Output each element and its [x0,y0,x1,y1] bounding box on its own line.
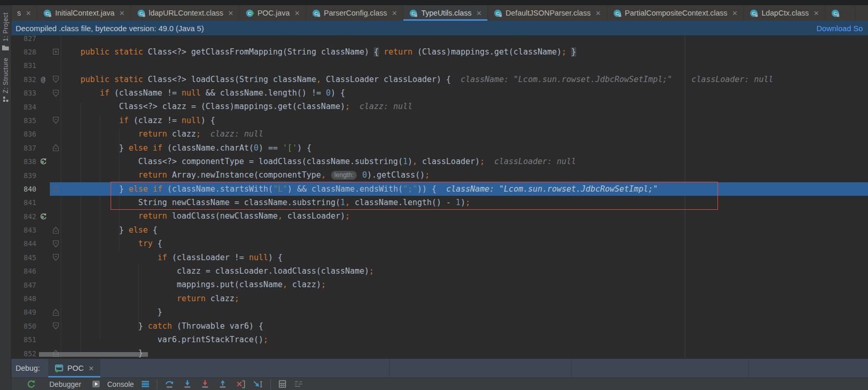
editor-tab-initialcontext-java[interactable]: CInitialContext.java✕ [37,5,131,21]
code-text: mappings.put(className, clazz); [61,278,326,291]
drop-frame-icon[interactable] [235,380,246,388]
line-number[interactable]: 835 [11,116,36,125]
code-text: public static Class<?> getClassFromMappi… [61,45,576,59]
line-number[interactable]: 848 [11,294,36,303]
tab-close-icon[interactable]: ✕ [25,9,31,17]
close-icon[interactable]: ✕ [88,365,94,372]
editor-tab-ldapctx-class[interactable]: CLdapCtx.class✕ [744,5,825,21]
editor-tab-partialcompositecontext-class[interactable]: CPartialCompositeContext.class✕ [607,5,744,21]
line-number[interactable]: 851 [11,335,36,344]
tab-close-icon[interactable]: ✕ [595,9,601,17]
step-over-icon[interactable] [165,380,175,388]
code-token: static [114,47,143,57]
header-divider [571,359,572,378]
fold-down-icon[interactable] [50,116,61,124]
banner-message: Decompiled .class file, bytecode version… [16,24,204,33]
code-line-834: 834 Class<?> clazz = (Class)mappings.get… [11,100,868,113]
editor-tab-parserconfig-class[interactable]: CParserConfig.class✕ [306,5,404,21]
console-run-icon[interactable] [92,380,100,388]
line-number[interactable]: 832 [11,75,36,84]
debug-label: Debug: [16,364,40,372]
line-number[interactable]: 846 [11,267,36,275]
tool-window-button-project[interactable]: 1: Project [2,12,9,52]
code-token: else [129,184,148,194]
tab-console[interactable]: Console [107,380,134,388]
force-step-into-icon[interactable] [200,380,210,388]
line-number[interactable]: 833 [11,89,36,97]
line-number[interactable]: 837 [11,144,36,152]
tab-debugger[interactable]: Debugger [49,380,82,388]
fold-down-icon[interactable] [50,240,61,248]
editor-tab-typeutils-class[interactable]: CTypeUtils.class✕ [403,5,488,21]
code-token: } [119,143,129,153]
fold-down-icon[interactable] [50,89,61,97]
code-token: ; [425,170,429,180]
code-token: ClassLoader classLoader) { [321,75,451,84]
code-token: } [571,47,576,57]
fold-down-icon[interactable] [50,75,61,83]
tab-close-icon[interactable]: ✕ [228,9,234,17]
fold-down-icon[interactable] [50,322,61,330]
fold-up-icon[interactable] [50,144,61,152]
threads-view-icon[interactable] [141,380,150,388]
line-number[interactable]: 838 [11,157,36,166]
code-line-838: 838 Class<?> componentType = loadClass(c… [11,155,868,168]
code-token: (className.charAt( [162,143,254,153]
line-number[interactable]: 845 [11,253,36,262]
svg-text:C: C [752,10,755,16]
code-editor[interactable]: 827828 public static Class<?> getClassFr… [11,35,868,358]
fold-up-icon[interactable] [50,185,61,193]
fold-up-icon[interactable] [50,308,61,316]
line-number[interactable]: 844 [11,239,36,248]
debug-session-tab[interactable]: POC ✕ [48,359,100,378]
editor-tab-partial[interactable]: C [825,5,856,21]
code-token: ; [480,157,484,166]
line-number[interactable]: 843 [11,226,36,234]
line-number[interactable]: 850 [11,322,36,330]
line-number[interactable]: 839 [11,171,36,180]
line-number[interactable]: 831 [11,61,36,70]
horizontal-scrollbar-thumb[interactable] [39,352,148,357]
tab-close-icon[interactable]: ✕ [392,9,398,17]
line-number[interactable]: 847 [11,281,36,289]
code-token: mappings.put(className [177,280,282,289]
tool-window-button-structure[interactable]: Z: Structure [2,58,9,104]
line-number[interactable]: 840 [11,185,36,193]
recursive-call-icon[interactable] [36,157,50,166]
code-line-828: 828 public static Class<?> getClassFromM… [11,45,868,59]
line-number[interactable]: 849 [11,308,36,316]
step-out-icon[interactable] [218,380,228,388]
editor-tab-poc-java[interactable]: CPOC.java✕ [240,5,306,21]
debugger-inline-hint: classLoader: null [485,157,576,166]
tab-close-icon[interactable]: ✕ [119,9,125,17]
editor-tab-defaultjsonparser-class[interactable]: CDefaultJSONParser.class✕ [488,5,607,21]
step-into-icon[interactable] [182,380,193,388]
editor-tab-partial[interactable]: s✕ [11,5,37,21]
structure-icon [3,96,9,104]
fold-down-icon[interactable] [50,253,61,261]
line-number[interactable]: 842 [11,212,36,221]
line-number[interactable]: 841 [11,198,36,207]
line-number[interactable]: 852 [11,349,36,358]
editor-tab-ldapurlcontext-class[interactable]: CldapURLContext.class✕ [131,5,240,21]
line-number[interactable]: 827 [11,35,36,43]
tab-close-icon[interactable]: ✕ [813,9,819,17]
run-to-cursor-icon[interactable] [253,380,263,388]
fold-plus-icon[interactable] [50,48,61,55]
fold-up-icon[interactable] [50,226,61,234]
line-number[interactable]: 834 [11,103,36,111]
recursive-call-icon[interactable] [36,212,50,221]
debugger-inline-hint: classLoader: null [672,75,774,84]
code-token: 0 [326,88,331,98]
code-token: ; [263,335,268,344]
tab-close-icon[interactable]: ✕ [294,9,300,17]
tab-close-icon[interactable]: ✕ [732,9,738,17]
evaluate-expression-icon[interactable] [278,380,287,388]
line-number[interactable]: 828 [11,48,36,56]
muted-breakpoints-icon[interactable] [294,380,303,388]
svg-text:C: C [615,10,619,16]
tab-close-icon[interactable]: ✕ [476,9,482,17]
line-number[interactable]: 836 [11,130,36,138]
download-sources-link[interactable]: Download So [817,24,863,33]
rerun-debug-icon[interactable] [26,379,36,389]
